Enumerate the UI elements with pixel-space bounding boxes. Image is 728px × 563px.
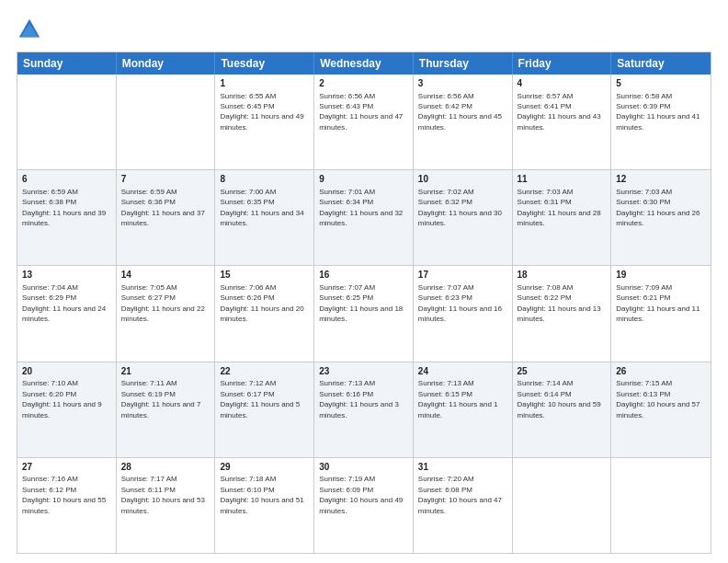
cal-header-thursday: Thursday xyxy=(414,52,513,75)
cal-day-3: 3Sunrise: 6:56 AMSunset: 6:42 PMDaylight… xyxy=(414,75,513,169)
cal-day-21: 21Sunrise: 7:11 AMSunset: 6:19 PMDayligh… xyxy=(117,362,216,457)
day-number: 24 xyxy=(418,365,507,378)
daylight-text: Daylight: 11 hours and 49 minutes. xyxy=(220,112,303,131)
day-number: 13 xyxy=(22,269,111,282)
day-number: 15 xyxy=(220,269,309,282)
cal-day-13: 13Sunrise: 7:04 AMSunset: 6:29 PMDayligh… xyxy=(17,266,117,361)
cal-header-friday: Friday xyxy=(513,52,612,75)
daylight-text: Daylight: 11 hours and 47 minutes. xyxy=(319,112,403,131)
sunset-text: Sunset: 6:45 PM xyxy=(220,102,274,110)
sunrise-text: Sunrise: 7:03 AM xyxy=(616,188,672,196)
day-number: 23 xyxy=(319,365,408,378)
sunset-text: Sunset: 6:29 PM xyxy=(22,293,76,302)
cal-empty-cell xyxy=(611,458,711,553)
daylight-text: Daylight: 11 hours and 16 minutes. xyxy=(418,304,502,323)
daylight-text: Daylight: 11 hours and 26 minutes. xyxy=(616,209,700,227)
daylight-text: Daylight: 11 hours and 41 minutes. xyxy=(616,112,700,131)
sunset-text: Sunset: 6:38 PM xyxy=(22,198,76,206)
header xyxy=(17,17,711,42)
day-number: 19 xyxy=(616,269,706,282)
cal-day-11: 11Sunrise: 7:03 AMSunset: 6:31 PMDayligh… xyxy=(513,170,612,265)
sunrise-text: Sunrise: 7:13 AM xyxy=(418,379,474,387)
sunrise-text: Sunrise: 6:59 AM xyxy=(121,188,177,196)
day-number: 5 xyxy=(616,77,706,90)
daylight-text: Daylight: 11 hours and 1 minute. xyxy=(418,400,498,419)
sunset-text: Sunset: 6:13 PM xyxy=(616,390,670,398)
day-number: 12 xyxy=(616,173,706,186)
daylight-text: Daylight: 10 hours and 57 minutes. xyxy=(616,400,700,419)
cal-day-5: 5Sunrise: 6:58 AMSunset: 6:39 PMDaylight… xyxy=(611,75,711,169)
daylight-text: Daylight: 11 hours and 7 minutes. xyxy=(121,400,201,419)
sunrise-text: Sunrise: 7:07 AM xyxy=(418,283,474,292)
daylight-text: Daylight: 11 hours and 28 minutes. xyxy=(518,209,601,227)
sunset-text: Sunset: 6:15 PM xyxy=(418,390,472,398)
sunrise-text: Sunrise: 7:06 AM xyxy=(220,283,276,292)
daylight-text: Daylight: 11 hours and 43 minutes. xyxy=(518,112,601,131)
sunset-text: Sunset: 6:09 PM xyxy=(319,486,373,494)
day-number: 11 xyxy=(518,173,607,186)
sunrise-text: Sunrise: 7:08 AM xyxy=(518,283,574,292)
sunrise-text: Sunrise: 7:15 AM xyxy=(616,379,672,387)
daylight-text: Daylight: 11 hours and 34 minutes. xyxy=(220,209,303,227)
daylight-text: Daylight: 11 hours and 39 minutes. xyxy=(22,209,106,227)
cal-day-2: 2Sunrise: 6:56 AMSunset: 6:43 PMDaylight… xyxy=(314,75,414,169)
sunrise-text: Sunrise: 6:56 AM xyxy=(418,92,474,100)
cal-day-27: 27Sunrise: 7:16 AMSunset: 6:12 PMDayligh… xyxy=(17,458,117,553)
day-number: 4 xyxy=(518,77,607,90)
daylight-text: Daylight: 11 hours and 11 minutes. xyxy=(616,304,700,323)
sunrise-text: Sunrise: 7:07 AM xyxy=(319,283,375,292)
sunset-text: Sunset: 6:19 PM xyxy=(121,390,176,398)
daylight-text: Daylight: 11 hours and 22 minutes. xyxy=(121,304,205,323)
cal-day-12: 12Sunrise: 7:03 AMSunset: 6:30 PMDayligh… xyxy=(611,170,711,265)
cal-day-7: 7Sunrise: 6:59 AMSunset: 6:36 PMDaylight… xyxy=(117,170,216,265)
daylight-text: Daylight: 11 hours and 45 minutes. xyxy=(418,112,502,131)
day-number: 9 xyxy=(319,173,408,186)
sunrise-text: Sunrise: 7:02 AM xyxy=(418,188,474,196)
page: SundayMondayTuesdayWednesdayThursdayFrid… xyxy=(0,0,728,563)
cal-day-14: 14Sunrise: 7:05 AMSunset: 6:27 PMDayligh… xyxy=(117,266,216,361)
cal-week-row: 6Sunrise: 6:59 AMSunset: 6:38 PMDaylight… xyxy=(17,169,711,265)
sunset-text: Sunset: 6:11 PM xyxy=(121,486,176,494)
sunrise-text: Sunrise: 6:57 AM xyxy=(518,92,574,100)
calendar: SundayMondayTuesdayWednesdayThursdayFrid… xyxy=(17,52,711,554)
day-number: 30 xyxy=(319,461,408,474)
sunset-text: Sunset: 6:31 PM xyxy=(518,198,572,206)
cal-week-row: 27Sunrise: 7:16 AMSunset: 6:12 PMDayligh… xyxy=(17,457,711,553)
cal-day-9: 9Sunrise: 7:01 AMSunset: 6:34 PMDaylight… xyxy=(314,170,414,265)
sunset-text: Sunset: 6:10 PM xyxy=(220,486,274,494)
cal-day-29: 29Sunrise: 7:18 AMSunset: 6:10 PMDayligh… xyxy=(215,458,314,553)
cal-week-row: 20Sunrise: 7:10 AMSunset: 6:20 PMDayligh… xyxy=(17,362,711,457)
day-number: 2 xyxy=(319,77,408,90)
cal-day-1: 1Sunrise: 6:55 AMSunset: 6:45 PMDaylight… xyxy=(215,75,314,169)
cal-day-17: 17Sunrise: 7:07 AMSunset: 6:23 PMDayligh… xyxy=(414,266,513,361)
day-number: 27 xyxy=(22,461,111,474)
cal-day-8: 8Sunrise: 7:00 AMSunset: 6:35 PMDaylight… xyxy=(215,170,314,265)
sunset-text: Sunset: 6:30 PM xyxy=(616,198,670,206)
day-number: 22 xyxy=(220,365,309,378)
day-number: 26 xyxy=(616,365,706,378)
daylight-text: Daylight: 10 hours and 59 minutes. xyxy=(518,400,601,419)
day-number: 17 xyxy=(418,269,507,282)
sunrise-text: Sunrise: 7:03 AM xyxy=(518,188,574,196)
daylight-text: Daylight: 11 hours and 32 minutes. xyxy=(319,209,403,227)
daylight-text: Daylight: 11 hours and 20 minutes. xyxy=(220,304,303,323)
sunrise-text: Sunrise: 6:55 AM xyxy=(220,92,276,100)
sunrise-text: Sunrise: 7:19 AM xyxy=(319,475,375,483)
sunset-text: Sunset: 6:41 PM xyxy=(518,102,572,110)
day-number: 10 xyxy=(418,173,507,186)
sunset-text: Sunset: 6:39 PM xyxy=(616,102,670,110)
cal-empty-cell xyxy=(513,458,612,553)
logo xyxy=(17,17,46,42)
cal-day-22: 22Sunrise: 7:12 AMSunset: 6:17 PMDayligh… xyxy=(215,362,314,457)
day-number: 29 xyxy=(220,461,309,474)
day-number: 3 xyxy=(418,77,507,90)
cal-empty-cell xyxy=(17,75,117,169)
daylight-text: Daylight: 11 hours and 3 minutes. xyxy=(319,400,399,419)
sunrise-text: Sunrise: 6:59 AM xyxy=(22,188,78,196)
cal-day-31: 31Sunrise: 7:20 AMSunset: 6:08 PMDayligh… xyxy=(414,458,513,553)
cal-day-10: 10Sunrise: 7:02 AMSunset: 6:32 PMDayligh… xyxy=(414,170,513,265)
sunrise-text: Sunrise: 7:04 AM xyxy=(22,283,78,292)
sunset-text: Sunset: 6:16 PM xyxy=(319,390,373,398)
day-number: 6 xyxy=(22,173,111,186)
cal-day-30: 30Sunrise: 7:19 AMSunset: 6:09 PMDayligh… xyxy=(314,458,414,553)
